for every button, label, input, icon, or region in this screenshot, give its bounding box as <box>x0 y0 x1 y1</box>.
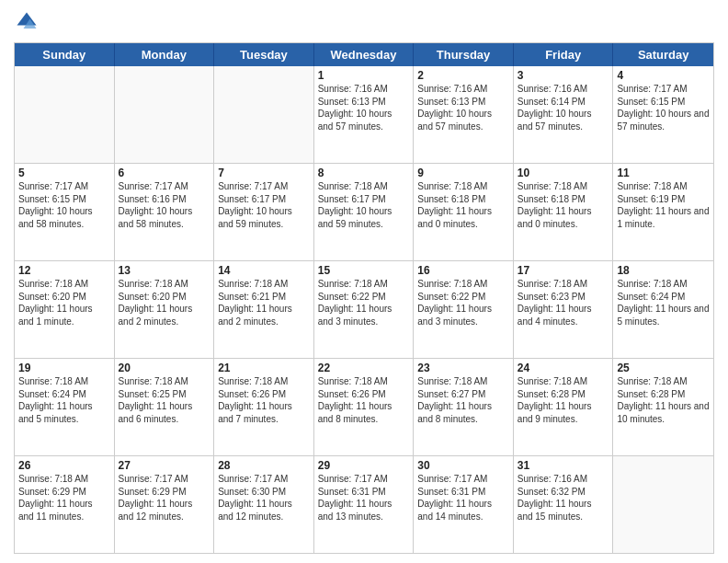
header <box>14 9 714 35</box>
day-number: 1 <box>318 69 410 82</box>
day-number: 9 <box>417 167 509 179</box>
day-info: Sunrise: 7:17 AM Sunset: 6:31 PM Dayligh… <box>417 473 509 523</box>
calendar-day-5: 5Sunrise: 7:17 AM Sunset: 6:15 PM Daylig… <box>15 164 115 260</box>
day-info: Sunrise: 7:18 AM Sunset: 6:19 PM Dayligh… <box>617 180 710 230</box>
day-info: Sunrise: 7:16 AM Sunset: 6:13 PM Dayligh… <box>318 83 410 132</box>
day-info: Sunrise: 7:17 AM Sunset: 6:30 PM Dayligh… <box>218 473 310 523</box>
calendar-day-3: 3Sunrise: 7:16 AM Sunset: 6:14 PM Daylig… <box>514 66 614 163</box>
calendar-day-29: 29Sunrise: 7:17 AM Sunset: 6:31 PM Dayli… <box>314 456 415 553</box>
day-info: Sunrise: 7:18 AM Sunset: 6:24 PM Dayligh… <box>617 278 710 327</box>
logo-icon <box>14 9 40 35</box>
day-number: 25 <box>617 362 710 374</box>
day-info: Sunrise: 7:17 AM Sunset: 6:17 PM Dayligh… <box>218 180 310 230</box>
day-info: Sunrise: 7:16 AM Sunset: 6:32 PM Dayligh… <box>518 473 609 523</box>
calendar-day-10: 10Sunrise: 7:18 AM Sunset: 6:18 PM Dayli… <box>514 164 614 260</box>
day-number: 19 <box>18 362 110 374</box>
day-info: Sunrise: 7:18 AM Sunset: 6:28 PM Dayligh… <box>617 375 710 425</box>
calendar-day-12: 12Sunrise: 7:18 AM Sunset: 6:20 PM Dayli… <box>15 261 115 358</box>
day-info: Sunrise: 7:18 AM Sunset: 6:23 PM Dayligh… <box>518 278 609 327</box>
calendar: SundayMondayTuesdayWednesdayThursdayFrid… <box>14 42 714 554</box>
calendar-day-24: 24Sunrise: 7:18 AM Sunset: 6:28 PM Dayli… <box>514 359 614 455</box>
calendar-day-18: 18Sunrise: 7:18 AM Sunset: 6:24 PM Dayli… <box>613 261 713 358</box>
day-info: Sunrise: 7:18 AM Sunset: 6:18 PM Dayligh… <box>417 180 509 230</box>
header-day-tuesday: Tuesday <box>214 43 314 66</box>
day-info: Sunrise: 7:18 AM Sunset: 6:27 PM Dayligh… <box>417 375 509 425</box>
day-info: Sunrise: 7:18 AM Sunset: 6:26 PM Dayligh… <box>218 375 310 425</box>
calendar-day-28: 28Sunrise: 7:17 AM Sunset: 6:30 PM Dayli… <box>214 456 314 553</box>
day-info: Sunrise: 7:18 AM Sunset: 6:28 PM Dayligh… <box>518 375 609 425</box>
day-number: 4 <box>617 69 710 82</box>
calendar-day-16: 16Sunrise: 7:18 AM Sunset: 6:22 PM Dayli… <box>414 261 514 358</box>
day-info: Sunrise: 7:17 AM Sunset: 6:15 PM Dayligh… <box>18 180 110 230</box>
calendar-header-row: SundayMondayTuesdayWednesdayThursdayFrid… <box>15 43 713 66</box>
day-number: 21 <box>218 362 310 374</box>
calendar-day-11: 11Sunrise: 7:18 AM Sunset: 6:19 PM Dayli… <box>613 164 713 260</box>
calendar-day-25: 25Sunrise: 7:18 AM Sunset: 6:28 PM Dayli… <box>613 359 713 455</box>
day-number: 22 <box>318 362 410 374</box>
day-info: Sunrise: 7:18 AM Sunset: 6:26 PM Dayligh… <box>318 375 410 425</box>
day-number: 6 <box>119 167 210 179</box>
day-number: 17 <box>518 264 609 277</box>
day-number: 13 <box>119 264 210 277</box>
day-info: Sunrise: 7:18 AM Sunset: 6:22 PM Dayligh… <box>318 278 410 327</box>
calendar-day-15: 15Sunrise: 7:18 AM Sunset: 6:22 PM Dayli… <box>314 261 415 358</box>
calendar-day-4: 4Sunrise: 7:17 AM Sunset: 6:15 PM Daylig… <box>613 66 713 163</box>
day-number: 26 <box>18 459 110 472</box>
day-number: 23 <box>417 362 509 374</box>
calendar-day-9: 9Sunrise: 7:18 AM Sunset: 6:18 PM Daylig… <box>414 164 514 260</box>
day-info: Sunrise: 7:18 AM Sunset: 6:18 PM Dayligh… <box>518 180 609 230</box>
day-info: Sunrise: 7:18 AM Sunset: 6:17 PM Dayligh… <box>318 180 410 230</box>
calendar-day-17: 17Sunrise: 7:18 AM Sunset: 6:23 PM Dayli… <box>514 261 614 358</box>
calendar-row-1: 5Sunrise: 7:17 AM Sunset: 6:15 PM Daylig… <box>15 163 713 260</box>
calendar-day-31: 31Sunrise: 7:16 AM Sunset: 6:32 PM Dayli… <box>514 456 614 553</box>
header-day-monday: Monday <box>115 43 215 66</box>
logo <box>14 9 43 35</box>
calendar-day-23: 23Sunrise: 7:18 AM Sunset: 6:27 PM Dayli… <box>414 359 514 455</box>
calendar-row-3: 19Sunrise: 7:18 AM Sunset: 6:24 PM Dayli… <box>15 358 713 455</box>
day-info: Sunrise: 7:16 AM Sunset: 6:13 PM Dayligh… <box>417 83 509 132</box>
calendar-empty <box>613 456 713 553</box>
day-info: Sunrise: 7:18 AM Sunset: 6:21 PM Dayligh… <box>218 278 310 327</box>
day-info: Sunrise: 7:18 AM Sunset: 6:25 PM Dayligh… <box>119 375 210 425</box>
day-info: Sunrise: 7:18 AM Sunset: 6:24 PM Dayligh… <box>18 375 110 425</box>
header-day-sunday: Sunday <box>15 43 115 66</box>
calendar-day-14: 14Sunrise: 7:18 AM Sunset: 6:21 PM Dayli… <box>214 261 314 358</box>
day-number: 10 <box>518 167 609 179</box>
day-number: 5 <box>18 167 110 179</box>
day-info: Sunrise: 7:18 AM Sunset: 6:20 PM Dayligh… <box>119 278 210 327</box>
day-number: 11 <box>617 167 710 179</box>
day-number: 28 <box>218 459 310 472</box>
calendar-day-8: 8Sunrise: 7:18 AM Sunset: 6:17 PM Daylig… <box>314 164 415 260</box>
calendar-day-30: 30Sunrise: 7:17 AM Sunset: 6:31 PM Dayli… <box>414 456 514 553</box>
day-info: Sunrise: 7:18 AM Sunset: 6:20 PM Dayligh… <box>18 278 110 327</box>
header-day-wednesday: Wednesday <box>314 43 415 66</box>
calendar-day-20: 20Sunrise: 7:18 AM Sunset: 6:25 PM Dayli… <box>115 359 215 455</box>
header-day-thursday: Thursday <box>414 43 514 66</box>
calendar-row-2: 12Sunrise: 7:18 AM Sunset: 6:20 PM Dayli… <box>15 260 713 358</box>
day-number: 18 <box>617 264 710 277</box>
calendar-row-4: 26Sunrise: 7:18 AM Sunset: 6:29 PM Dayli… <box>15 455 713 553</box>
day-number: 16 <box>417 264 509 277</box>
calendar-day-13: 13Sunrise: 7:18 AM Sunset: 6:20 PM Dayli… <box>115 261 215 358</box>
calendar-empty <box>15 66 115 163</box>
day-info: Sunrise: 7:18 AM Sunset: 6:29 PM Dayligh… <box>18 473 110 523</box>
day-number: 15 <box>318 264 410 277</box>
svg-marker-0 <box>17 13 37 26</box>
calendar-day-19: 19Sunrise: 7:18 AM Sunset: 6:24 PM Dayli… <box>15 359 115 455</box>
day-info: Sunrise: 7:17 AM Sunset: 6:29 PM Dayligh… <box>119 473 210 523</box>
calendar-day-7: 7Sunrise: 7:17 AM Sunset: 6:17 PM Daylig… <box>214 164 314 260</box>
day-number: 30 <box>417 459 509 472</box>
day-info: Sunrise: 7:17 AM Sunset: 6:15 PM Dayligh… <box>617 83 710 132</box>
calendar-day-22: 22Sunrise: 7:18 AM Sunset: 6:26 PM Dayli… <box>314 359 415 455</box>
calendar-day-27: 27Sunrise: 7:17 AM Sunset: 6:29 PM Dayli… <box>115 456 215 553</box>
calendar-day-26: 26Sunrise: 7:18 AM Sunset: 6:29 PM Dayli… <box>15 456 115 553</box>
day-info: Sunrise: 7:16 AM Sunset: 6:14 PM Dayligh… <box>518 83 609 132</box>
day-number: 29 <box>318 459 410 472</box>
header-day-saturday: Saturday <box>613 43 713 66</box>
day-number: 27 <box>119 459 210 472</box>
calendar-day-21: 21Sunrise: 7:18 AM Sunset: 6:26 PM Dayli… <box>214 359 314 455</box>
day-number: 7 <box>218 167 310 179</box>
day-number: 24 <box>518 362 609 374</box>
calendar-row-0: 1Sunrise: 7:16 AM Sunset: 6:13 PM Daylig… <box>15 66 713 163</box>
day-number: 14 <box>218 264 310 277</box>
